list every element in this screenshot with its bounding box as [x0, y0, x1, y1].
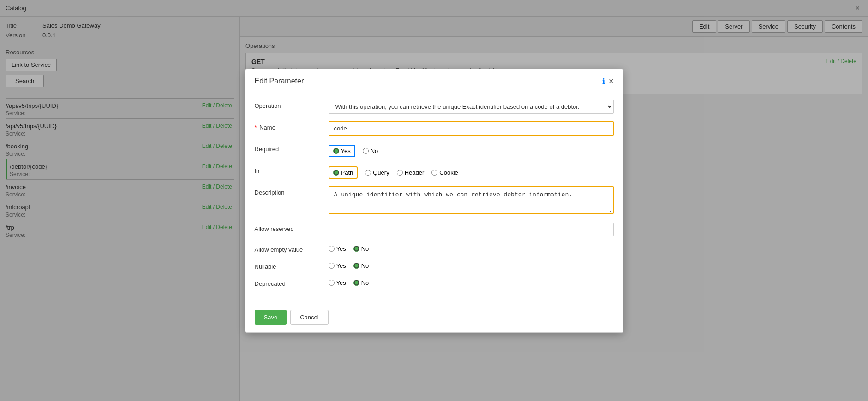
in-query-option[interactable]: Query — [365, 169, 389, 176]
name-field-label: * Name — [255, 121, 329, 131]
nullable-row: Nullable Yes No — [255, 260, 614, 270]
modal-scroll: Operation With this operation, you can r… — [245, 92, 623, 302]
allow-empty-radio-group: Yes No — [329, 243, 614, 252]
name-field-row: * Name — [255, 121, 614, 136]
allow-empty-no-option[interactable]: No — [353, 245, 369, 252]
deprecated-field: Yes No — [329, 277, 614, 286]
deprecated-no-radio[interactable] — [353, 280, 359, 286]
allow-empty-no-radio[interactable] — [353, 246, 359, 252]
in-path-option[interactable]: Path — [329, 166, 358, 179]
required-field: Yes No — [329, 143, 614, 157]
modal-title: Edit Parameter — [255, 77, 304, 85]
required-field-row: Required Yes No — [255, 143, 614, 157]
allow-empty-yes-option[interactable]: Yes — [329, 245, 346, 252]
nullable-radio-group: Yes No — [329, 260, 614, 269]
modal-overlay: Edit Parameter ℹ × Operation With this o… — [0, 0, 868, 401]
deprecated-radio-group: Yes No — [329, 277, 614, 286]
nullable-field: Yes No — [329, 260, 614, 269]
required-yes-option[interactable]: Yes — [329, 145, 355, 157]
modal-body: Operation With this operation, you can r… — [245, 92, 623, 302]
description-field: A unique identifier with which we can re… — [329, 186, 614, 215]
info-icon-button[interactable]: ℹ — [602, 77, 605, 86]
required-asterisk: * — [255, 124, 257, 131]
allow-reserved-row: Allow reserved — [255, 223, 614, 236]
nullable-yes-radio[interactable] — [329, 263, 335, 269]
operation-field: With this operation, you can retrieve th… — [329, 100, 614, 114]
in-field-row: In Path Query — [255, 165, 614, 179]
required-field-label: Required — [255, 143, 329, 153]
in-field-label: In — [255, 165, 329, 174]
allow-empty-yes-radio[interactable] — [329, 246, 335, 252]
allow-reserved-input[interactable] — [329, 223, 614, 236]
in-radio-group: Path Query Header — [329, 165, 614, 179]
in-field: Path Query Header — [329, 165, 614, 179]
modal-header: Edit Parameter ℹ × — [245, 69, 623, 92]
allow-empty-label: Allow empty value — [255, 243, 329, 253]
allow-empty-field: Yes No — [329, 243, 614, 252]
description-textarea[interactable]: A unique identifier with which we can re… — [329, 186, 614, 214]
required-no-option[interactable]: No — [363, 147, 378, 154]
operation-select[interactable]: With this operation, you can retrieve th… — [329, 100, 614, 114]
name-input[interactable] — [329, 121, 614, 136]
save-button[interactable]: Save — [255, 310, 287, 325]
deprecated-label: Deprecated — [255, 277, 329, 287]
in-header-radio[interactable] — [397, 170, 403, 176]
deprecated-no-option[interactable]: No — [353, 279, 369, 286]
nullable-no-radio[interactable] — [353, 263, 359, 269]
required-no-radio[interactable] — [363, 148, 369, 154]
allow-reserved-field — [329, 223, 614, 236]
name-field — [329, 121, 614, 136]
allow-reserved-label: Allow reserved — [255, 223, 329, 232]
allow-empty-row: Allow empty value Yes No — [255, 243, 614, 253]
description-field-label: Description — [255, 186, 329, 196]
cancel-button[interactable]: Cancel — [290, 310, 328, 325]
deprecated-yes-option[interactable]: Yes — [329, 279, 346, 286]
operation-field-row: Operation With this operation, you can r… — [255, 100, 614, 114]
in-cookie-option[interactable]: Cookie — [431, 169, 458, 176]
nullable-yes-option[interactable]: Yes — [329, 262, 346, 269]
deprecated-yes-radio[interactable] — [329, 280, 335, 286]
modal-close-button[interactable]: × — [609, 77, 614, 86]
nullable-label: Nullable — [255, 260, 329, 270]
description-field-row: Description A unique identifier with whi… — [255, 186, 614, 215]
required-radio-group: Yes No — [329, 143, 614, 157]
deprecated-row: Deprecated Yes No — [255, 277, 614, 287]
nullable-no-option[interactable]: No — [353, 262, 369, 269]
in-header-option[interactable]: Header — [397, 169, 425, 176]
edit-parameter-modal: Edit Parameter ℹ × Operation With this o… — [245, 69, 623, 333]
in-cookie-radio[interactable] — [431, 170, 437, 176]
modal-header-icons: ℹ × — [602, 77, 614, 86]
required-yes-radio[interactable] — [333, 148, 339, 154]
operation-field-label: Operation — [255, 100, 329, 109]
in-path-radio[interactable] — [333, 170, 339, 176]
modal-footer: Save Cancel — [245, 302, 623, 332]
in-query-radio[interactable] — [365, 170, 371, 176]
